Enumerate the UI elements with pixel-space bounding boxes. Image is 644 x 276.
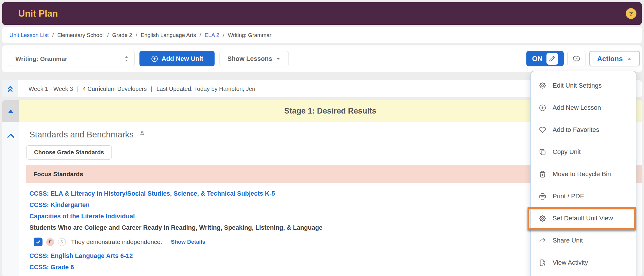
actions-menu-item-add-new-lesson[interactable]: Add New Lesson — [531, 97, 636, 119]
breadcrumb-item: Grade 2 — [112, 32, 132, 38]
copy-icon — [539, 148, 546, 156]
stage-title: Stage 1: Desired Results — [284, 107, 376, 116]
show-lessons-label: Show Lessons — [227, 55, 272, 63]
section-gutter — [2, 122, 19, 276]
section-collapse-button[interactable] — [6, 132, 15, 139]
menu-item-label: Add New Lesson — [553, 104, 601, 112]
actions-menu-item-print-pdf[interactable]: Print / PDF — [531, 185, 636, 207]
menu-item-label: Print / PDF — [553, 192, 584, 200]
breadcrumb-separator: / — [52, 32, 54, 38]
actions-menu-item-add-to-favorites[interactable]: Add to Favorites — [531, 119, 636, 141]
comments-button[interactable] — [567, 51, 585, 66]
focus-standards-title: Focus Standards — [33, 171, 83, 178]
plus-circle-icon — [151, 55, 158, 63]
actions-menu-item-share-unit[interactable]: Share Unit — [531, 229, 636, 252]
menu-item-label: View Activity — [553, 259, 588, 266]
menu-item-label: Share Unit — [553, 237, 583, 244]
breadcrumb-separator: / — [107, 32, 109, 38]
on-toggle-label: ON — [532, 55, 543, 63]
menu-item-label: Copy Unit — [553, 148, 581, 156]
heart-icon — [539, 126, 546, 134]
gear-icon — [539, 82, 546, 90]
actions-menu-item-view-activity[interactable]: View Activity — [531, 252, 636, 274]
triangle-up-icon — [8, 109, 14, 113]
trash-restore-icon — [539, 170, 546, 178]
help-icon[interactable]: ? — [626, 8, 636, 19]
actions-dropdown-menu: Edit Unit Settings Add New Lesson Add to… — [530, 71, 636, 276]
s-badge[interactable]: S — [58, 238, 66, 246]
breadcrumb-item: Writing: Grammar — [228, 32, 272, 38]
section-title: Standards and Benchmarks — [29, 130, 134, 139]
benchmark-checkbox[interactable] — [34, 238, 43, 246]
actions-button[interactable]: Actions — [589, 51, 640, 66]
show-lessons-button[interactable]: Show Lessons — [220, 51, 289, 66]
file-search-icon — [539, 259, 546, 267]
unit-summary: Week 1 - Week 3|4 Curriculum Developers|… — [18, 86, 255, 92]
stage-collapse-button[interactable] — [2, 100, 19, 122]
menu-item-label: Set Default Unit View — [553, 215, 613, 222]
gear-icon — [539, 215, 546, 222]
unit-summary-separator: | — [77, 86, 79, 92]
breadcrumb-item[interactable]: ELA 2 — [205, 32, 220, 38]
breadcrumb-separator: / — [136, 32, 137, 38]
breadcrumb-item: Elementary School — [57, 32, 103, 38]
caret-down-icon — [276, 56, 281, 61]
breadcrumb-separator: / — [199, 32, 201, 38]
breadcrumb-item: English Language Arts — [141, 32, 196, 38]
menu-item-label: Edit Unit Settings — [553, 82, 602, 89]
pencil-icon[interactable] — [546, 53, 558, 65]
breadcrumb: Unit Lesson List/Elementary School/Grade… — [9, 32, 271, 38]
app-header: Unit Plan ? — [2, 2, 642, 25]
plus-circle-icon — [539, 104, 546, 112]
unit-summary-segment: Week 1 - Week 3 — [29, 86, 73, 92]
double-chevron-up-icon — [6, 84, 14, 93]
page-title: Unit Plan — [2, 8, 58, 19]
sort-arrows-icon — [124, 55, 129, 62]
breadcrumb-item[interactable]: Unit Lesson List — [9, 32, 49, 38]
unit-on-toggle[interactable]: ON — [526, 51, 564, 66]
unit-select[interactable]: Writing: Grammar — [9, 51, 135, 66]
show-details-link[interactable]: Show Details — [171, 239, 205, 245]
unit-select-value: Writing: Grammar — [15, 55, 67, 62]
printer-icon — [539, 192, 546, 200]
f-badge[interactable]: F — [46, 238, 54, 246]
add-new-unit-label: Add New Unit — [162, 55, 203, 63]
comment-bubble-icon — [572, 54, 581, 63]
actions-label: Actions — [597, 55, 623, 63]
choose-grade-standards-button[interactable]: Choose Grade Standards — [26, 145, 112, 160]
unit-toolbar: Writing: Grammar Add New Unit Show Lesso… — [2, 45, 642, 72]
unit-summary-segment: 4 Curriculum Developers — [83, 86, 147, 92]
breadcrumb-separator: / — [223, 32, 224, 38]
collapse-all-button[interactable] — [2, 80, 18, 97]
unit-summary-segment: Last Updated: Today by Hampton, Jen — [156, 86, 255, 92]
share-icon — [539, 237, 546, 245]
menu-item-label: Add to Favorites — [553, 126, 599, 134]
actions-menu-item-set-default-unit-view[interactable]: Set Default Unit View — [531, 207, 636, 229]
breadcrumb-bar: Unit Lesson List/Elementary School/Grade… — [2, 27, 642, 43]
menu-item-label: Move to Recycle Bin — [553, 170, 611, 178]
actions-menu-item-copy-unit[interactable]: Copy Unit — [531, 141, 636, 163]
unit-summary-separator: | — [151, 86, 152, 92]
actions-menu-item-edit-unit-settings[interactable]: Edit Unit Settings — [531, 75, 636, 97]
caret-up-icon — [626, 56, 632, 62]
add-new-unit-button[interactable]: Add New Unit — [139, 51, 215, 66]
pin-icon[interactable] — [138, 130, 146, 139]
actions-menu-item-move-to-recycle-bin[interactable]: Move to Recycle Bin — [531, 163, 636, 185]
benchmark-text: They demonstrate independence. — [71, 238, 162, 245]
